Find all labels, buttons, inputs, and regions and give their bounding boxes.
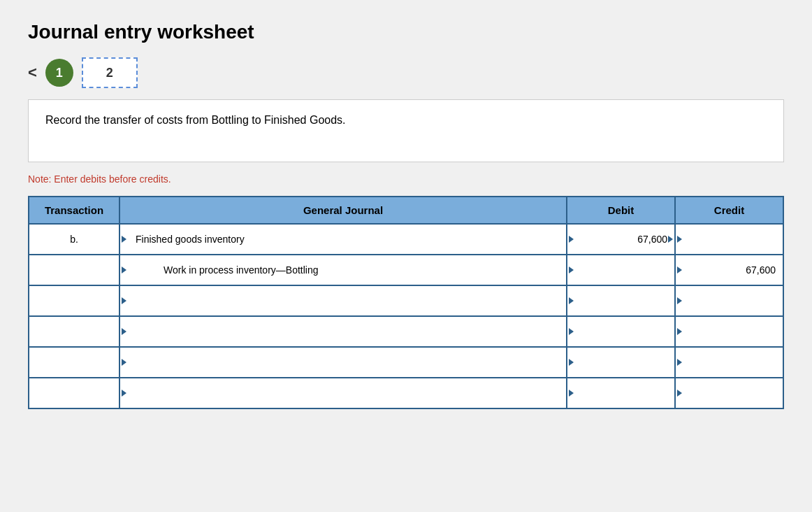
cell-indicator-icon: [122, 359, 126, 366]
header-debit: Debit: [567, 197, 675, 224]
table-row: b.Finished goods inventory67,600: [29, 224, 783, 255]
cell-debit[interactable]: [567, 347, 675, 378]
cell-journal[interactable]: [119, 285, 567, 316]
step-1-button[interactable]: 1: [45, 59, 73, 87]
cell-credit[interactable]: 67,600: [675, 255, 783, 285]
cell-credit[interactable]: [675, 285, 783, 316]
debit-indicator-icon: [569, 390, 574, 397]
credit-indicator-icon: [677, 359, 682, 366]
debit-right-indicator-icon: [668, 236, 673, 243]
cell-debit[interactable]: [567, 316, 675, 347]
cell-journal[interactable]: Finished goods inventory: [119, 224, 567, 255]
debit-indicator-icon: [569, 236, 574, 243]
table-row: [29, 316, 783, 347]
cell-transaction[interactable]: [29, 316, 119, 347]
header-credit: Credit: [675, 197, 783, 224]
cell-indicator-icon: [122, 236, 126, 243]
cell-transaction[interactable]: [29, 255, 119, 285]
cell-indicator-icon: [122, 266, 126, 273]
cell-debit[interactable]: [567, 378, 675, 408]
instruction-text: Record the transfer of costs from Bottli…: [45, 114, 346, 126]
table-row: [29, 347, 783, 378]
cell-credit[interactable]: [675, 316, 783, 347]
page-title: Journal entry worksheet: [28, 21, 784, 43]
header-general-journal: General Journal: [119, 197, 567, 224]
journal-table: Transaction General Journal Debit Credit…: [28, 196, 784, 409]
credit-indicator-icon: [677, 236, 682, 243]
debit-indicator-icon: [569, 297, 574, 304]
credit-indicator-icon: [677, 390, 682, 397]
cell-transaction[interactable]: [29, 285, 119, 316]
cell-journal[interactable]: Work in process inventory—Bottling: [119, 255, 567, 285]
cell-debit[interactable]: [567, 255, 675, 285]
cell-journal[interactable]: [119, 316, 567, 347]
cell-credit[interactable]: [675, 224, 783, 255]
cell-credit[interactable]: [675, 347, 783, 378]
back-button[interactable]: <: [28, 64, 37, 82]
cell-indicator-icon: [122, 328, 126, 335]
table-row: [29, 378, 783, 408]
credit-indicator-icon: [677, 328, 682, 335]
cell-credit[interactable]: [675, 378, 783, 408]
cell-transaction[interactable]: [29, 347, 119, 378]
table-row: [29, 285, 783, 316]
cell-transaction[interactable]: [29, 378, 119, 408]
navigation-row: < 1 2: [28, 57, 784, 88]
cell-indicator-icon: [122, 297, 126, 304]
step-2-button[interactable]: 2: [82, 57, 138, 88]
cell-transaction[interactable]: b.: [29, 224, 119, 255]
table-row: Work in process inventory—Bottling67,600: [29, 255, 783, 285]
cell-debit[interactable]: 67,600: [567, 224, 675, 255]
instruction-box: Record the transfer of costs from Bottli…: [28, 99, 784, 162]
cell-debit[interactable]: [567, 285, 675, 316]
cell-indicator-icon: [122, 390, 126, 397]
cell-journal[interactable]: [119, 378, 567, 408]
cell-journal[interactable]: [119, 347, 567, 378]
table-header-row: Transaction General Journal Debit Credit: [29, 197, 783, 224]
credit-indicator-icon: [677, 297, 682, 304]
note-text: Note: Enter debits before credits.: [28, 173, 784, 185]
debit-indicator-icon: [569, 359, 574, 366]
debit-indicator-icon: [569, 266, 574, 273]
header-transaction: Transaction: [29, 197, 119, 224]
debit-indicator-icon: [569, 328, 574, 335]
credit-indicator-icon: [677, 266, 682, 273]
